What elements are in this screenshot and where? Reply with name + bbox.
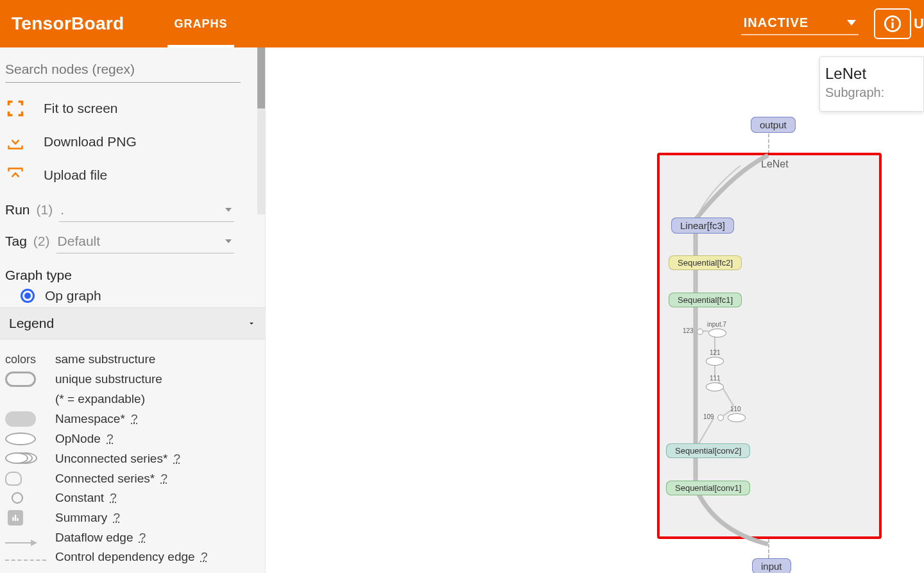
tag-value: Default: [58, 234, 101, 249]
legend-opnode-swatch: [5, 432, 36, 445]
inactive-dashboards-select[interactable]: INACTIVE: [741, 13, 859, 35]
search-nodes-input[interactable]: [5, 62, 241, 77]
legend-unique-swatch: [5, 372, 36, 387]
edge-output-to-lenet: [768, 133, 769, 154]
legend-summary-swatch: [8, 510, 23, 526]
legend-help-icon[interactable]: ?: [131, 412, 138, 425]
graph-canvas[interactable]: output LeNet Linear: [266, 47, 924, 573]
inactive-label: INACTIVE: [744, 15, 809, 30]
graph-type-op-radio[interactable]: Op graph: [3, 286, 262, 304]
sidebar-scrollbar[interactable]: [257, 47, 265, 214]
legend-title: Legend: [9, 316, 54, 331]
opnode-109[interactable]: [717, 415, 724, 421]
run-selector-row: Run (1) .: [3, 196, 262, 227]
legend-help-icon[interactable]: ?: [161, 472, 168, 485]
label-110: 110: [730, 406, 741, 413]
legend-toggle[interactable]: Legend: [0, 307, 265, 339]
label-109: 109: [703, 413, 714, 420]
legend-constant-label: Constant: [55, 491, 104, 504]
node-input[interactable]: input: [752, 558, 791, 573]
legend-body: colors same substructure unique substruc…: [0, 339, 265, 570]
caret-down-icon: [225, 239, 232, 243]
node-info-card: LeNet Subgraph:: [819, 56, 924, 112]
legend-dataflow-swatch: [5, 542, 36, 543]
app-brand: TensorBoard: [0, 13, 135, 34]
tag-selector[interactable]: Default: [56, 232, 234, 253]
legend-help-icon[interactable]: ?: [174, 452, 181, 465]
opnode-111[interactable]: [706, 382, 724, 391]
graph-type-heading: Graph type: [3, 259, 262, 286]
legend-same-sub-label: same substructure: [55, 352, 260, 366]
legend-controldep-label: Control dependency edge: [55, 550, 195, 563]
label-121: 121: [710, 349, 721, 356]
node-sequential-conv2[interactable]: Sequential[conv2]: [666, 443, 750, 458]
legend-unique-sub-label: unique substructure: [55, 372, 260, 386]
label-123: 123: [683, 327, 694, 334]
legend-constant-swatch: [12, 492, 23, 504]
chevron-down-icon: [247, 319, 256, 328]
fit-label: Fit to screen: [44, 101, 118, 116]
info-card-subtitle: Subgraph:: [825, 85, 918, 100]
sidebar-controls: Fit to screen Download PNG Upload file: [0, 47, 265, 307]
legend-namespace-swatch: [5, 411, 36, 427]
opnode-110[interactable]: [728, 413, 746, 422]
sidebar-scrollbar-thumb[interactable]: [257, 47, 265, 108]
opnode-121[interactable]: [706, 357, 724, 366]
chevron-down-icon: [847, 20, 856, 26]
legend-connected-label: Connected series*: [55, 472, 155, 485]
legend-help-icon[interactable]: ?: [139, 531, 146, 544]
svg-rect-1: [891, 22, 893, 28]
node-linear-fc3[interactable]: Linear[fc3]: [671, 218, 734, 234]
legend-help-icon[interactable]: ?: [201, 550, 208, 563]
legend-opnode-label: OpNode: [55, 432, 101, 445]
legend-controldep-swatch: [5, 560, 46, 561]
sidebar: Fit to screen Download PNG Upload file: [0, 47, 266, 573]
node-sequential-fc1[interactable]: Sequential[fc1]: [669, 293, 742, 307]
opnode-input7[interactable]: [708, 329, 726, 338]
search-nodes-field[interactable]: [5, 58, 241, 83]
legend-summary-label: Summary: [55, 511, 107, 524]
info-upload-button-partial[interactable]: [874, 8, 911, 39]
run-selector[interactable]: .: [59, 201, 234, 222]
legend-connected-swatch: [5, 472, 22, 486]
tag-selector-row: Tag (2) Default: [3, 227, 262, 259]
legend-namespace-label: Namespace*: [55, 412, 125, 425]
sidebar-action-list: Fit to screen Download PNG Upload file: [3, 92, 262, 192]
fit-screen-icon: [5, 98, 26, 119]
graph-type-op-label: Op graph: [45, 288, 101, 304]
legend-unconnected-label: Unconnected series*: [55, 452, 167, 465]
info-icon: [884, 15, 902, 33]
label-111: 111: [710, 375, 721, 382]
run-count: (1): [37, 202, 53, 218]
label-input7: input.7: [707, 321, 726, 328]
tab-label: GRAPHS: [174, 17, 227, 31]
node-output[interactable]: output: [751, 117, 796, 133]
legend-unconnected-swatch: [5, 451, 41, 466]
upload-icon: [5, 165, 26, 185]
legend-colors-label: colors: [5, 353, 55, 366]
tab-bar: GRAPHS: [161, 0, 240, 47]
fit-to-screen-button[interactable]: Fit to screen: [3, 92, 262, 125]
legend-help-icon[interactable]: ?: [110, 491, 117, 504]
radio-checked-icon: [21, 289, 35, 303]
truncated-button-text: U: [914, 15, 924, 32]
tab-graphs[interactable]: GRAPHS: [161, 0, 240, 47]
info-card-title: LeNet: [825, 65, 918, 83]
main-area: Fit to screen Download PNG Upload file: [0, 47, 924, 573]
legend-help-icon[interactable]: ?: [107, 432, 114, 445]
upload-label: Upload file: [44, 167, 107, 183]
opnode-123[interactable]: [697, 329, 703, 335]
legend-help-icon[interactable]: ?: [114, 511, 121, 524]
tag-label: Tag: [5, 234, 27, 249]
header-right: INACTIVE U: [741, 8, 924, 39]
upload-file-button[interactable]: Upload file: [3, 158, 262, 192]
app-header: TensorBoard GRAPHS INACTIVE U: [0, 0, 924, 47]
download-png-button[interactable]: Download PNG: [3, 125, 262, 158]
download-icon: [5, 132, 26, 152]
legend-expandable-note: (* = expandable): [55, 392, 260, 406]
graph-edges-svg: [657, 153, 882, 573]
node-sequential-fc2[interactable]: Sequential[fc2]: [669, 255, 742, 270]
sidebar-selectors: Run (1) . Tag (2) Default: [3, 196, 262, 259]
node-sequential-conv1[interactable]: Sequential[conv1]: [666, 481, 750, 495]
tag-count: (2): [33, 234, 50, 249]
